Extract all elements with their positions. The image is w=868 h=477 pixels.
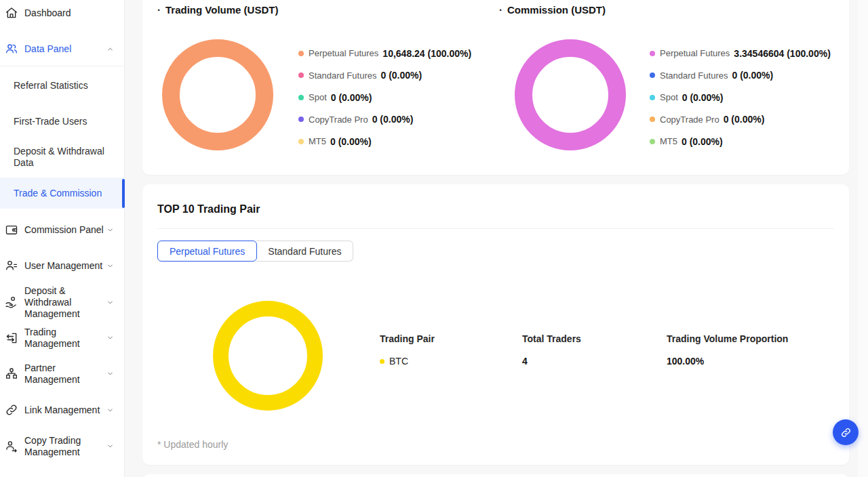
wallet-icon [5, 223, 18, 236]
legend-item[interactable]: MT5 0 (0.00%) [650, 134, 831, 148]
sidebar-item-commission-panel[interactable]: Commission Panel [0, 220, 125, 239]
trading-pair-donut-chart [213, 301, 323, 411]
sidebar-item-user-management[interactable]: User Management [0, 256, 125, 275]
legend-item[interactable]: CopyTrade Pro 0 (0.00%) [650, 112, 831, 127]
trading-volume-donut-chart [162, 39, 273, 150]
column-total-traders: Total Traders [522, 333, 667, 344]
legend-item[interactable]: Spot 0 (0.00%) [650, 90, 831, 104]
sidebar-item-label: Partner Management [24, 362, 108, 386]
pair-legend-dot [380, 359, 384, 364]
chevron-down-icon [106, 442, 114, 451]
legend-dot [650, 51, 655, 56]
sidebar-item-first-trade-users[interactable]: First-Trade Users [0, 112, 125, 131]
link-icon [840, 427, 852, 438]
legend-item[interactable]: CopyTrade Pro 0 (0.00%) [298, 112, 471, 127]
chevron-down-icon [106, 226, 114, 234]
sidebar-item-data-panel[interactable]: Data Panel [0, 39, 125, 58]
legend-item[interactable]: Standard Futures 0 (0.00%) [298, 68, 471, 83]
sidebar-item-label: First-Trade Users [14, 116, 110, 127]
sidebar-item-dashboard[interactable]: Dashboard [0, 3, 125, 22]
sidebar-item-label: Trade & Commission [14, 188, 110, 199]
legend-dot [298, 51, 304, 56]
title-bullet: · [499, 4, 502, 16]
transfer-icon [5, 331, 18, 345]
sidebar-item-deposit-withdrawal-management[interactable]: Deposit & Withdrawal Management [0, 285, 125, 320]
next-card-sliver [142, 474, 849, 477]
column-trading-pair: Trading Pair [380, 333, 522, 344]
legend-item[interactable]: Perpetual Futures 10,648.24 (100.00%) [298, 46, 471, 60]
legend-dot [650, 117, 655, 122]
trading-volume-legend: Perpetual Futures 10,648.24 (100.00%) St… [298, 46, 471, 148]
sidebar-item-label: Trading Management [24, 327, 108, 350]
sidebar-item-label: Deposit & Withdrawal Data [14, 146, 110, 169]
volume-proportion-value: 100.00% [667, 356, 843, 367]
scrollbar-gutter[interactable] [858, 0, 868, 477]
sidebar-item-label: Link Management [24, 405, 108, 416]
sidebar-item-label: Referral Statistics [14, 80, 110, 91]
sidebar-item-referral-statistics[interactable]: Referral Statistics [0, 76, 125, 95]
table-header-row: Trading Pair Total Traders Trading Volum… [380, 333, 843, 344]
home-icon [5, 6, 18, 20]
org-chart-icon [5, 367, 18, 381]
sidebar-divider [0, 66, 125, 66]
sidebar-item-deposit-withdrawal-data[interactable]: Deposit & Withdrawal Data [0, 145, 125, 169]
tab-standard-futures[interactable]: Standard Futures [256, 241, 353, 262]
sidebar-item-copy-trading-management[interactable]: Copy Trading Management [0, 434, 125, 458]
chevron-down-icon [106, 334, 114, 342]
trading-volume-title: ·Trading Volume (USDT) [157, 4, 278, 16]
legend-dot [650, 95, 655, 100]
user-list-icon [5, 259, 18, 272]
sidebar: Dashboard Data Panel Referral Statistics… [0, 0, 125, 477]
main-content: ·Trading Volume (USDT) Perpetual Futures… [125, 0, 868, 477]
table-row: BTC 4 100.00% [380, 356, 843, 367]
top10-title: TOP 10 Trading Pair [157, 203, 260, 215]
sidebar-item-label: Dashboard [24, 7, 108, 19]
legend-item[interactable]: Perpetual Futures 3.34546604 (100.00%) [650, 46, 831, 60]
pair-name: BTC [389, 356, 408, 367]
sidebar-item-trading-management[interactable]: Trading Management [0, 326, 125, 350]
commission-title: ·Commission (USDT) [499, 4, 606, 16]
sidebar-item-label: Copy Trading Management [24, 435, 108, 458]
legend-dot [298, 139, 304, 144]
title-bullet: · [157, 4, 161, 16]
legend-item[interactable]: Spot 0 (0.00%) [298, 90, 471, 104]
top10-trading-pair-card: TOP 10 Trading Pair Perpetual Futures St… [142, 184, 849, 465]
chevron-down-icon [106, 262, 114, 270]
sidebar-item-label: Data Panel [24, 43, 108, 55]
charts-card: ·Trading Volume (USDT) Perpetual Futures… [142, 0, 849, 175]
total-traders-value: 4 [522, 356, 667, 367]
legend-item[interactable]: MT5 0 (0.00%) [298, 134, 471, 148]
divider [157, 228, 834, 229]
legend-item[interactable]: Standard Futures 0 (0.00%) [650, 68, 831, 83]
chevron-down-icon [106, 370, 114, 378]
sidebar-item-label: Commission Panel [24, 224, 108, 236]
active-indicator-bar [122, 179, 125, 208]
updated-hourly-note: * Updated hourly [157, 439, 228, 450]
link-icon [5, 403, 18, 417]
legend-dot [650, 139, 655, 144]
legend-dot [298, 95, 304, 100]
legend-dot [298, 72, 304, 78]
column-volume-proportion: Trading Volume Proportion [667, 333, 843, 344]
chevron-up-icon [106, 45, 114, 53]
sidebar-item-link-management[interactable]: Link Management [0, 400, 125, 419]
legend-dot [298, 117, 304, 122]
support-fab-button[interactable] [833, 419, 859, 445]
sidebar-item-partner-management[interactable]: Partner Management [0, 362, 125, 386]
user-arrows-icon [5, 440, 18, 453]
commission-donut-chart [515, 39, 626, 150]
hand-coin-icon [5, 295, 18, 309]
sidebar-item-label: User Management [24, 260, 108, 272]
tab-perpetual-futures[interactable]: Perpetual Futures [157, 241, 257, 262]
commission-legend: Perpetual Futures 3.34546604 (100.00%) S… [650, 46, 831, 148]
sidebar-item-trade-commission[interactable]: Trade & Commission [0, 178, 125, 209]
chevron-down-icon [106, 406, 114, 414]
sidebar-item-label: Deposit & Withdrawal Management [24, 285, 108, 320]
users-icon [5, 42, 18, 56]
legend-dot [650, 72, 655, 78]
trading-pair-table: Trading Pair Total Traders Trading Volum… [380, 333, 843, 367]
futures-tab-group: Perpetual Futures Standard Futures [157, 241, 353, 262]
chevron-down-icon [106, 298, 114, 306]
